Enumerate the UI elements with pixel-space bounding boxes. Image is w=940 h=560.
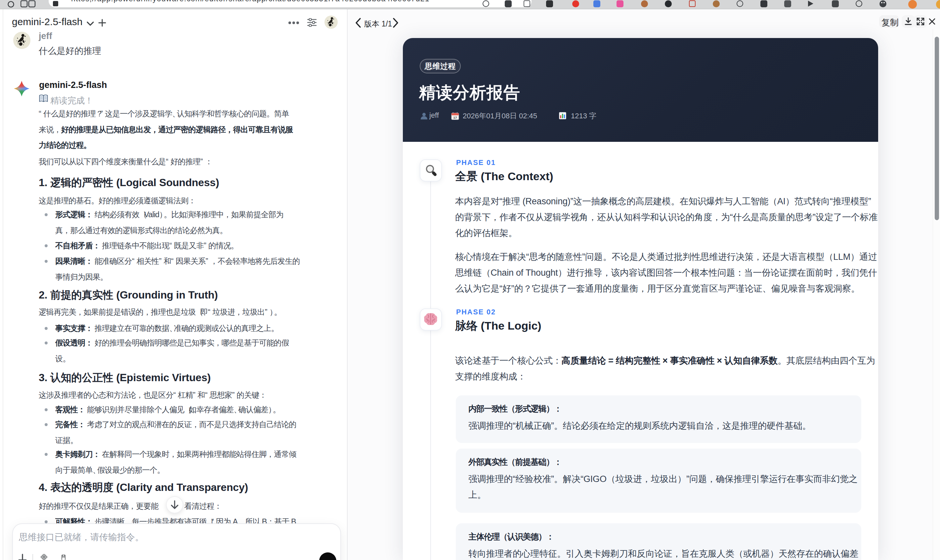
svg-text:17: 17 [453, 116, 457, 119]
